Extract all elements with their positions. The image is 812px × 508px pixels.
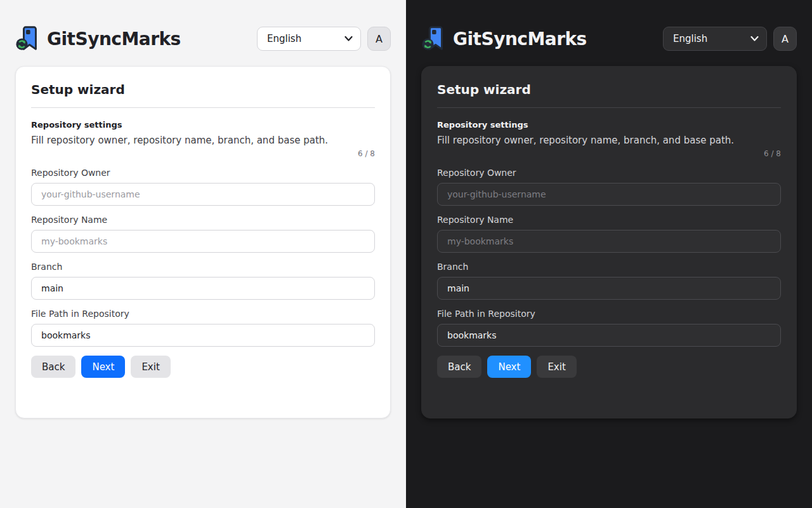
bookmark-sync-logo-icon xyxy=(15,24,41,53)
next-button[interactable]: Next xyxy=(487,356,531,378)
language-select[interactable]: English xyxy=(663,27,767,51)
step-progress: 6 / 8 xyxy=(437,149,781,159)
back-button[interactable]: Back xyxy=(437,356,481,378)
wizard-title: Setup wizard xyxy=(437,82,781,97)
repository-owner-input[interactable] xyxy=(437,183,781,206)
avatar-button[interactable]: A xyxy=(367,27,391,51)
header-controls: English A xyxy=(663,27,797,51)
file-path-label: File Path in Repository xyxy=(31,307,375,320)
step-heading: Repository settings xyxy=(437,119,781,131)
brand: GitSyncMarks xyxy=(15,24,181,53)
divider xyxy=(31,107,375,108)
divider xyxy=(437,107,781,108)
brand: GitSyncMarks xyxy=(421,24,587,53)
wizard-button-row: Back Next Exit xyxy=(437,356,781,378)
bookmark-sync-logo-icon xyxy=(421,24,447,53)
topbar: GitSyncMarks English A xyxy=(0,0,406,66)
wizard-button-row: Back Next Exit xyxy=(31,356,375,378)
file-path-label: File Path in Repository xyxy=(437,307,781,320)
repository-name-input[interactable] xyxy=(31,230,375,253)
step-description: Fill repository owner, repository name, … xyxy=(31,133,375,147)
repository-owner-input[interactable] xyxy=(31,183,375,206)
step-description: Fill repository owner, repository name, … xyxy=(437,133,781,147)
step-heading: Repository settings xyxy=(31,119,375,131)
file-path-input[interactable] xyxy=(31,324,375,347)
topbar: GitSyncMarks English A xyxy=(406,0,812,66)
header-controls: English A xyxy=(257,27,391,51)
language-select-wrap: English xyxy=(257,27,361,51)
step-progress: 6 / 8 xyxy=(31,149,375,159)
app-title: GitSyncMarks xyxy=(453,29,587,50)
exit-button[interactable]: Exit xyxy=(131,356,170,378)
setup-wizard-card: Setup wizard Repository settings Fill re… xyxy=(421,66,797,418)
app-title: GitSyncMarks xyxy=(47,29,181,50)
pane-dark: GitSyncMarks English A Setup wizard Repo… xyxy=(406,0,812,508)
app-root: GitSyncMarks English A Setup wizard Repo… xyxy=(0,0,812,508)
file-path-input[interactable] xyxy=(437,324,781,347)
branch-label: Branch xyxy=(31,260,375,273)
branch-input[interactable] xyxy=(31,277,375,300)
branch-input[interactable] xyxy=(437,277,781,300)
avatar-button[interactable]: A xyxy=(773,27,797,51)
repository-name-input[interactable] xyxy=(437,230,781,253)
exit-button[interactable]: Exit xyxy=(537,356,576,378)
back-button[interactable]: Back xyxy=(31,356,75,378)
repository-name-label: Repository Name xyxy=(437,213,781,226)
next-button[interactable]: Next xyxy=(81,356,125,378)
setup-wizard-card: Setup wizard Repository settings Fill re… xyxy=(15,66,391,418)
language-select-wrap: English xyxy=(663,27,767,51)
branch-label: Branch xyxy=(437,260,781,273)
wizard-title: Setup wizard xyxy=(31,82,375,97)
pane-light: GitSyncMarks English A Setup wizard Repo… xyxy=(0,0,406,508)
repository-owner-label: Repository Owner xyxy=(31,166,375,179)
repository-owner-label: Repository Owner xyxy=(437,166,781,179)
language-select[interactable]: English xyxy=(257,27,361,51)
repository-name-label: Repository Name xyxy=(31,213,375,226)
